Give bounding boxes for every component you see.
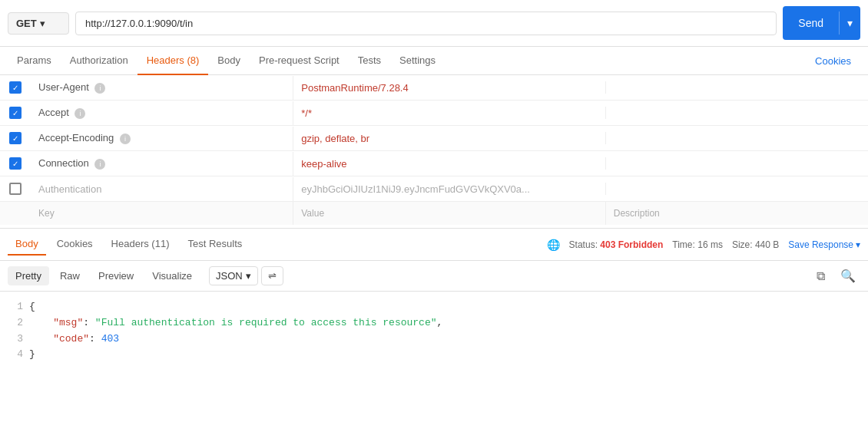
- filter-button[interactable]: ⇌: [261, 266, 283, 285]
- chevron-down-icon: ▾: [40, 18, 45, 29]
- key-footer[interactable]: Key: [31, 202, 293, 225]
- response-sub-bar: Pretty Raw Preview Visualize JSON ▾ ⇌ ⧉ …: [0, 261, 868, 292]
- tab-tests[interactable]: Tests: [349, 47, 390, 75]
- headers-footer-row: Key Value Description: [0, 202, 868, 225]
- search-button[interactable]: 🔍: [836, 265, 860, 286]
- desc-cell-1: [605, 81, 868, 94]
- checkbox-5[interactable]: [9, 183, 22, 195]
- code-content-3: "code": 403: [29, 331, 860, 348]
- response-tab-test-results[interactable]: Test Results: [180, 233, 250, 256]
- headers-table: User-Agent i PostmanRuntime/7.28.4 Accep…: [0, 75, 868, 225]
- tab-params[interactable]: Params: [8, 47, 61, 75]
- val-footer[interactable]: Value: [293, 202, 605, 225]
- desc-footer[interactable]: Description: [605, 202, 868, 225]
- code-line-1: 1 {: [0, 299, 868, 315]
- code-area: 1 { 2 "msg": "Full authentication is req…: [0, 292, 868, 384]
- val-cell-3: gzip, deflate, br: [293, 127, 605, 150]
- code-line-4: 4 }: [0, 347, 868, 363]
- cookies-link[interactable]: Cookies: [806, 48, 860, 74]
- line-num-2: 2: [8, 315, 23, 331]
- copy-icon: ⧉: [817, 269, 825, 282]
- line-num-4: 4: [8, 347, 23, 363]
- checkbox-3[interactable]: [9, 132, 22, 144]
- time-label: Time: 16 ms: [672, 239, 723, 250]
- save-response-chevron-icon: ▾: [856, 239, 860, 250]
- sub-tab-pretty[interactable]: Pretty: [8, 266, 49, 285]
- desc-cell-5: [605, 183, 868, 195]
- info-icon-1: i: [94, 83, 105, 94]
- row-checkbox-3[interactable]: [0, 126, 31, 150]
- search-icon: 🔍: [840, 269, 856, 282]
- desc-cell-3: [605, 132, 868, 144]
- response-actions: ⧉ 🔍: [812, 265, 860, 286]
- method-dropdown[interactable]: GET ▾: [8, 12, 69, 35]
- checkbox-1[interactable]: [9, 81, 22, 94]
- key-cell-2: Accept i: [31, 101, 293, 125]
- headers-section: User-Agent i PostmanRuntime/7.28.4 Accep…: [0, 75, 868, 229]
- info-icon-2: i: [75, 108, 85, 119]
- checkbox-4[interactable]: [9, 157, 22, 170]
- val-cell-2: */*: [293, 101, 605, 125]
- response-bar: Body Cookies Headers (11) Test Results 🌐…: [0, 229, 868, 261]
- table-row: User-Agent i PostmanRuntime/7.28.4: [0, 75, 868, 101]
- code-content-1: {: [29, 299, 860, 315]
- desc-cell-2: [605, 107, 868, 119]
- save-response-btn[interactable]: Save Response ▾: [788, 239, 860, 250]
- tab-settings[interactable]: Settings: [390, 47, 445, 75]
- empty-check: [0, 207, 31, 219]
- filter-icon: ⇌: [268, 270, 277, 282]
- response-status-info: 🌐 Status: 403 Forbidden Time: 16 ms Size…: [547, 239, 860, 251]
- nav-tabs: Params Authorization Headers (8) Body Pr…: [0, 47, 868, 75]
- tab-body[interactable]: Body: [208, 47, 250, 75]
- size-label: Size: 440 B: [732, 239, 779, 250]
- url-input[interactable]: [75, 12, 777, 35]
- save-response-label: Save Response: [788, 239, 853, 250]
- copy-button[interactable]: ⧉: [812, 265, 830, 286]
- row-checkbox-1[interactable]: [0, 75, 31, 100]
- checkbox-2[interactable]: [9, 107, 22, 119]
- code-content-4: }: [29, 347, 860, 363]
- code-line-2: 2 "msg": "Full authentication is require…: [0, 315, 868, 331]
- val-cell-1: PostmanRuntime/7.28.4: [293, 76, 605, 100]
- tab-headers[interactable]: Headers (8): [137, 47, 209, 75]
- sub-tab-visualize[interactable]: Visualize: [144, 266, 200, 285]
- status-value: 403 Forbidden: [600, 239, 663, 250]
- line-num-1: 1: [8, 299, 23, 315]
- format-label: JSON: [216, 270, 243, 282]
- status-label: Status: 403 Forbidden: [569, 239, 664, 250]
- sub-tab-raw[interactable]: Raw: [52, 266, 88, 285]
- response-tab-headers[interactable]: Headers (11): [104, 233, 177, 256]
- table-row: Accept i */*: [0, 101, 868, 126]
- top-bar: GET ▾ Send ▾: [0, 0, 868, 47]
- line-num-3: 3: [8, 331, 23, 348]
- key-cell-3: Accept-Encoding i: [31, 126, 293, 150]
- desc-cell-4: [605, 157, 868, 170]
- key-cell-5: Authentication: [31, 177, 293, 201]
- table-row: Connection i keep-alive: [0, 151, 868, 176]
- globe-icon: 🌐: [547, 239, 560, 251]
- key-cell-4: Connection i: [31, 151, 293, 176]
- table-row: Accept-Encoding i gzip, deflate, br: [0, 126, 868, 151]
- table-row: Authentication eyJhbGciOiJIUzI1NiJ9.eyJn…: [0, 176, 868, 202]
- row-checkbox-2[interactable]: [0, 101, 31, 125]
- send-arrow-icon[interactable]: ▾: [839, 12, 860, 35]
- row-checkbox-4[interactable]: [0, 151, 31, 176]
- format-chevron-icon: ▾: [246, 270, 251, 282]
- key-cell-1: User-Agent i: [31, 75, 293, 100]
- send-button[interactable]: Send ▾: [783, 6, 860, 40]
- val-cell-4: keep-alive: [293, 152, 605, 176]
- size-value: 440 B: [755, 239, 779, 250]
- format-dropdown[interactable]: JSON ▾: [209, 266, 258, 285]
- tab-authorization[interactable]: Authorization: [61, 47, 137, 75]
- code-content-2: "msg": "Full authentication is required …: [29, 315, 860, 331]
- send-label: Send: [783, 12, 839, 35]
- time-value: 16 ms: [697, 239, 723, 250]
- response-tab-body[interactable]: Body: [8, 233, 46, 256]
- method-label: GET: [16, 18, 37, 29]
- info-icon-4: i: [94, 159, 105, 170]
- tab-pre-request[interactable]: Pre-request Script: [250, 47, 349, 75]
- code-line-3: 3 "code": 403: [0, 331, 868, 348]
- response-tab-cookies[interactable]: Cookies: [49, 233, 101, 256]
- row-checkbox-5[interactable]: [0, 176, 31, 201]
- sub-tab-preview[interactable]: Preview: [91, 266, 141, 285]
